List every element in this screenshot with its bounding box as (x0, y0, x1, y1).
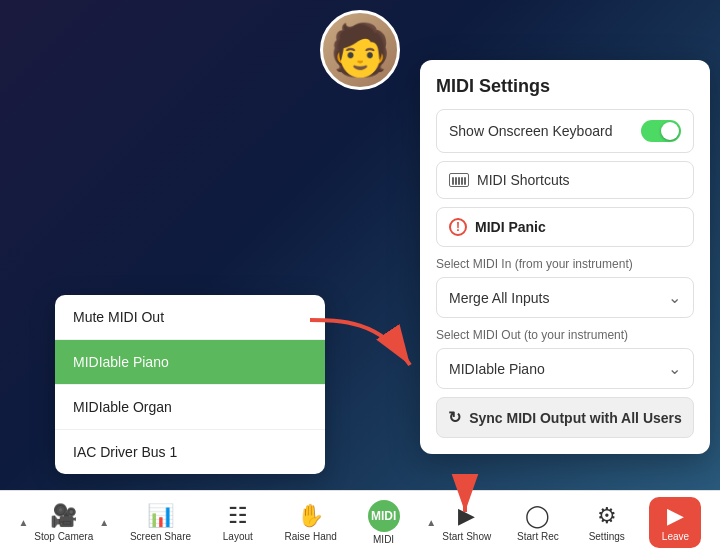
midi-label: MIDI (373, 534, 394, 545)
panel-title: MIDI Settings (436, 76, 694, 97)
stop-camera-label: Stop Camera (34, 531, 93, 542)
midi-out-section-label: Select MIDI Out (to your instrument) (436, 328, 694, 342)
start-show-label: Start Show (442, 531, 491, 542)
avatar: 🧑 (320, 10, 400, 90)
start-show-icon: ▶ (458, 503, 475, 529)
stop-camera-button[interactable]: 🎥 Stop Camera (30, 499, 97, 546)
avatar-emoji: 🧑 (329, 25, 391, 75)
midi-panic-left: ! MIDI Panic (449, 218, 546, 236)
midi-in-section-label: Select MIDI In (from your instrument) (436, 257, 694, 271)
chevron-down-icon-2: ⌄ (668, 359, 681, 378)
show-keyboard-label: Show Onscreen Keyboard (449, 123, 612, 139)
camera-icon: 🎥 (50, 503, 77, 529)
sync-icon: ↻ (448, 408, 461, 427)
chevron-up-icon-3[interactable]: ▲ (426, 517, 436, 528)
rec-icon: ◯ (525, 503, 550, 529)
keyboard-toggle[interactable] (641, 120, 681, 142)
start-rec-button[interactable]: ◯ Start Rec (512, 499, 564, 546)
raise-hand-button[interactable]: ✋ Raise Hand (281, 499, 341, 546)
midi-panic-row[interactable]: ! MIDI Panic (436, 207, 694, 247)
toggle-knob (661, 122, 679, 140)
screen-share-label: Screen Share (130, 531, 191, 542)
settings-icon: ⚙ (597, 503, 617, 529)
sync-label: Sync MIDI Output with All Users (469, 410, 682, 426)
leave-label: Leave (662, 531, 689, 542)
midi-shortcuts-label: MIDI Shortcuts (477, 172, 570, 188)
screen-share-group: 📊 Screen Share (126, 499, 195, 546)
midi-out-selected: MIDIable Piano (449, 361, 545, 377)
chevron-down-icon: ⌄ (668, 288, 681, 307)
sync-button[interactable]: ↻ Sync MIDI Output with All Users (436, 397, 694, 438)
start-show-group: ▲ ▶ Start Show (426, 499, 495, 546)
layout-button[interactable]: ☷ Layout (212, 499, 264, 546)
leave-button[interactable]: ▶ Leave (649, 497, 701, 548)
menu-item-mute[interactable]: Mute MIDI Out (55, 295, 325, 340)
midi-icon: MIDI (368, 500, 400, 532)
menu-item-midiable-piano[interactable]: MIDIable Piano (55, 340, 325, 385)
avatar-container: 🧑 (320, 10, 400, 90)
settings-button[interactable]: ⚙ Settings (581, 499, 633, 546)
midi-out-menu: Mute MIDI Out MIDIable Piano MIDIable Or… (55, 295, 325, 474)
midi-out-dropdown[interactable]: MIDIable Piano ⌄ (436, 348, 694, 389)
midi-panic-label: MIDI Panic (475, 219, 546, 235)
start-rec-label: Start Rec (517, 531, 559, 542)
settings-label: Settings (589, 531, 625, 542)
midi-shortcuts-left: MIDI Shortcuts (449, 172, 570, 188)
leave-icon: ▶ (667, 503, 684, 529)
menu-item-iac-driver[interactable]: IAC Driver Bus 1 (55, 430, 325, 474)
midi-settings-panel: MIDI Settings Show Onscreen Keyboard MID… (420, 60, 710, 454)
midi-button[interactable]: MIDI MIDI (358, 496, 410, 549)
midi-in-selected: Merge All Inputs (449, 290, 549, 306)
menu-item-midiable-organ[interactable]: MIDIable Organ (55, 385, 325, 430)
raise-hand-label: Raise Hand (285, 531, 337, 542)
screen-share-button[interactable]: 📊 Screen Share (126, 499, 195, 546)
chevron-up-icon[interactable]: ▲ (18, 517, 28, 528)
layout-label: Layout (223, 531, 253, 542)
panic-icon: ! (449, 218, 467, 236)
toolbar: ▲ 🎥 Stop Camera ▲ 📊 Screen Share ☷ Layou… (0, 490, 720, 554)
layout-icon: ☷ (228, 503, 248, 529)
stop-camera-group: ▲ 🎥 Stop Camera ▲ (18, 499, 109, 546)
show-keyboard-row[interactable]: Show Onscreen Keyboard (436, 109, 694, 153)
chevron-up-icon-2[interactable]: ▲ (99, 517, 109, 528)
start-show-button[interactable]: ▶ Start Show (438, 499, 495, 546)
midi-in-dropdown[interactable]: Merge All Inputs ⌄ (436, 277, 694, 318)
keyboard-icon (449, 173, 469, 187)
screen-share-icon: 📊 (147, 503, 174, 529)
midi-shortcuts-row[interactable]: MIDI Shortcuts (436, 161, 694, 199)
raise-hand-icon: ✋ (297, 503, 324, 529)
